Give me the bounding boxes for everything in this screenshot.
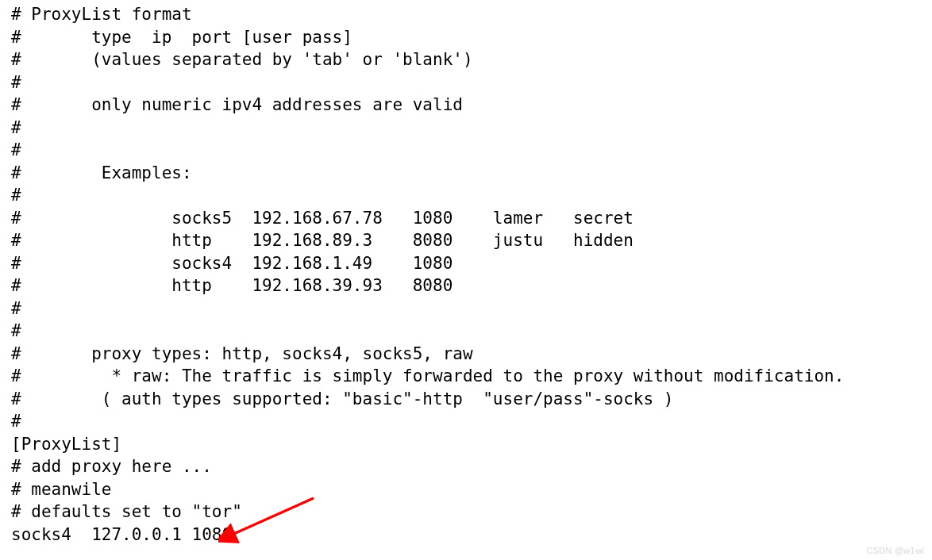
code-line: # defaults set to "tor" [11,502,242,521]
code-line: # [11,412,21,431]
code-line: # [11,186,21,205]
code-line: # proxy types: http, socks4, socks5, raw [11,344,473,363]
code-line: # socks4 192.168.1.49 1080 [11,254,453,273]
code-line: # http 192.168.89.3 8080 justu hidden [11,231,634,250]
code-line: # meanwile [11,480,111,499]
code-line: # ProxyList format [11,5,192,24]
code-line: # [11,118,21,137]
code-line: # only numeric ipv4 addresses are valid [11,95,463,114]
code-line: # ( auth types supported: "basic"-http "… [11,389,673,408]
watermark-text: CSDN @w1wi [866,546,924,555]
code-line: # [11,140,21,159]
code-line: # (values separated by 'tab' or 'blank') [11,50,473,69]
code-line: [ProxyList] [11,435,121,454]
code-line: # * raw: The traffic is simply forwarded… [11,366,844,385]
code-line: # http 192.168.39.93 8080 [11,276,453,295]
config-file-content: # ProxyList format # type ip port [user … [0,0,932,560]
code-line: # add proxy here ... [11,457,212,476]
code-line: # [11,73,21,92]
code-line: socks4 127.0.0.1 1080 [11,525,232,544]
code-line: # [11,299,21,318]
code-line: # socks5 192.168.67.78 1080 lamer secret [11,209,634,228]
code-line: # [11,321,21,340]
code-line: # type ip port [user pass] [11,28,352,47]
code-line: # Examples: [11,163,192,182]
